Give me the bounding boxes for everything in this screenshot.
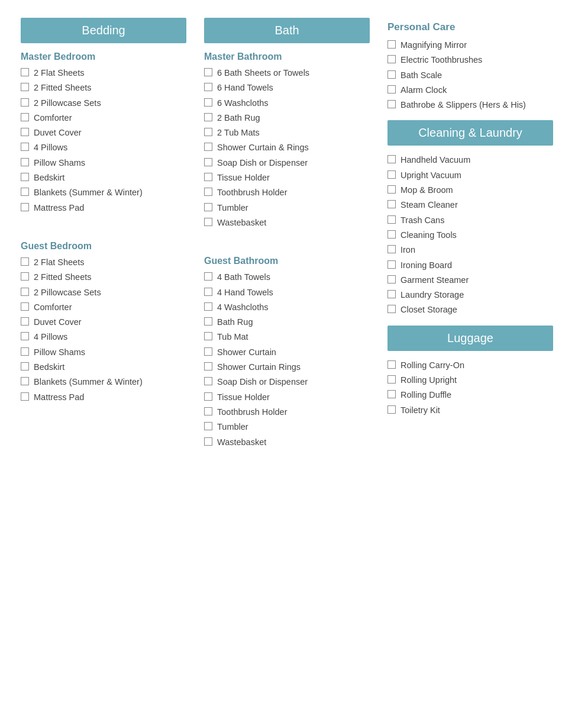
- checkbox-icon[interactable]: [204, 302, 212, 311]
- checkbox-icon[interactable]: [387, 260, 396, 269]
- checkbox-icon[interactable]: [387, 375, 396, 384]
- list-item[interactable]: Laundry Storage: [387, 289, 553, 301]
- list-item[interactable]: Magnifying Mirror: [387, 39, 553, 51]
- list-item[interactable]: Cleaning Tools: [387, 229, 553, 241]
- checkbox-icon[interactable]: [204, 113, 212, 121]
- list-item[interactable]: Shower Curtain & Rings: [204, 141, 370, 153]
- checkbox-icon[interactable]: [21, 288, 29, 296]
- list-item[interactable]: Toothbrush Holder: [204, 186, 370, 198]
- list-item[interactable]: Trash Cans: [387, 214, 553, 226]
- list-item[interactable]: 2 Bath Rug: [204, 112, 370, 124]
- list-item[interactable]: Blankets (Summer & Winter): [21, 376, 186, 388]
- checkbox-icon[interactable]: [204, 362, 212, 371]
- checkbox-icon[interactable]: [204, 158, 212, 166]
- checkbox-icon[interactable]: [387, 170, 396, 179]
- checkbox-icon[interactable]: [204, 173, 212, 181]
- checkbox-icon[interactable]: [21, 188, 29, 196]
- checkbox-icon[interactable]: [204, 83, 212, 91]
- list-item[interactable]: 2 Flat Sheets: [21, 256, 186, 268]
- list-item[interactable]: Mop & Broom: [387, 184, 553, 196]
- checkbox-icon[interactable]: [204, 437, 212, 446]
- list-item[interactable]: Bath Scale: [387, 69, 553, 81]
- list-item[interactable]: Pillow Shams: [21, 346, 186, 358]
- list-item[interactable]: 2 Flat Sheets: [21, 67, 186, 79]
- checkbox-icon[interactable]: [21, 83, 29, 91]
- checkbox-icon[interactable]: [204, 317, 212, 326]
- list-item[interactable]: 4 Pillows: [21, 141, 186, 153]
- checkbox-icon[interactable]: [387, 155, 396, 163]
- checkbox-icon[interactable]: [204, 392, 212, 401]
- list-item[interactable]: 2 Pillowcase Sets: [21, 97, 186, 109]
- list-item[interactable]: Duvet Cover: [21, 127, 186, 138]
- checkbox-icon[interactable]: [387, 290, 396, 298]
- list-item[interactable]: 2 Fitted Sheets: [21, 82, 186, 94]
- checkbox-icon[interactable]: [387, 185, 396, 194]
- checkbox-icon[interactable]: [204, 128, 212, 136]
- checkbox-icon[interactable]: [387, 360, 396, 369]
- checkbox-icon[interactable]: [387, 55, 396, 63]
- checkbox-icon[interactable]: [387, 390, 396, 398]
- list-item[interactable]: Bathrobe & Slippers (Hers & His): [387, 99, 553, 111]
- checkbox-icon[interactable]: [204, 272, 212, 281]
- list-item[interactable]: Ironing Board: [387, 259, 553, 271]
- list-item[interactable]: Shower Curtain Rings: [204, 361, 370, 373]
- checkbox-icon[interactable]: [387, 275, 396, 284]
- checkbox-icon[interactable]: [204, 377, 212, 385]
- list-item[interactable]: Comforter: [21, 301, 186, 313]
- checkbox-icon[interactable]: [21, 173, 29, 181]
- list-item[interactable]: 6 Bath Sheets or Towels: [204, 67, 370, 79]
- list-item[interactable]: Tub Mat: [204, 331, 370, 343]
- list-item[interactable]: Wastebasket: [204, 217, 370, 228]
- list-item[interactable]: 4 Washcloths: [204, 301, 370, 313]
- checkbox-icon[interactable]: [21, 392, 29, 401]
- checkbox-icon[interactable]: [21, 317, 29, 326]
- list-item[interactable]: Tissue Holder: [204, 172, 370, 183]
- list-item[interactable]: 4 Bath Towels: [204, 271, 370, 283]
- checkbox-icon[interactable]: [21, 158, 29, 166]
- checkbox-icon[interactable]: [387, 305, 396, 313]
- checkbox-icon[interactable]: [21, 302, 29, 311]
- list-item[interactable]: Mattress Pad: [21, 391, 186, 403]
- list-item[interactable]: Upright Vacuum: [387, 169, 553, 181]
- list-item[interactable]: Rolling Duffle: [387, 389, 553, 401]
- list-item[interactable]: Mattress Pad: [21, 202, 186, 214]
- list-item[interactable]: 6 Washcloths: [204, 97, 370, 109]
- list-item[interactable]: Toiletry Kit: [387, 404, 553, 416]
- list-item[interactable]: Steam Cleaner: [387, 199, 553, 211]
- checkbox-icon[interactable]: [387, 245, 396, 253]
- checkbox-icon[interactable]: [21, 377, 29, 385]
- list-item[interactable]: Tissue Holder: [204, 391, 370, 403]
- list-item[interactable]: Soap Dish or Dispenser: [204, 376, 370, 388]
- checkbox-icon[interactable]: [21, 203, 29, 211]
- list-item[interactable]: 4 Hand Towels: [204, 286, 370, 298]
- list-item[interactable]: 4 Pillows: [21, 331, 186, 343]
- checkbox-icon[interactable]: [21, 347, 29, 356]
- checkbox-icon[interactable]: [21, 98, 29, 107]
- list-item[interactable]: Bedskirt: [21, 361, 186, 373]
- checkbox-icon[interactable]: [387, 100, 396, 108]
- checkbox-icon[interactable]: [21, 128, 29, 136]
- list-item[interactable]: Pillow Shams: [21, 157, 186, 169]
- list-item[interactable]: Rolling Carry-On: [387, 359, 553, 371]
- checkbox-icon[interactable]: [21, 272, 29, 281]
- list-item[interactable]: Electric Toothbrushes: [387, 54, 553, 66]
- list-item[interactable]: Alarm Clock: [387, 84, 553, 96]
- list-item[interactable]: Bedskirt: [21, 172, 186, 183]
- checkbox-icon[interactable]: [204, 188, 212, 196]
- checkbox-icon[interactable]: [21, 113, 29, 121]
- list-item[interactable]: Iron: [387, 244, 553, 256]
- list-item[interactable]: Garment Steamer: [387, 274, 553, 286]
- checkbox-icon[interactable]: [387, 405, 396, 414]
- checkbox-icon[interactable]: [204, 288, 212, 296]
- checkbox-icon[interactable]: [387, 70, 396, 79]
- checkbox-icon[interactable]: [204, 347, 212, 356]
- checkbox-icon[interactable]: [387, 85, 396, 94]
- list-item[interactable]: 6 Hand Towels: [204, 82, 370, 94]
- checkbox-icon[interactable]: [387, 40, 396, 49]
- checkbox-icon[interactable]: [21, 332, 29, 340]
- checkbox-icon[interactable]: [204, 407, 212, 415]
- checkbox-icon[interactable]: [21, 257, 29, 266]
- list-item[interactable]: Comforter: [21, 112, 186, 124]
- checkbox-icon[interactable]: [387, 200, 396, 208]
- checkbox-icon[interactable]: [204, 143, 212, 151]
